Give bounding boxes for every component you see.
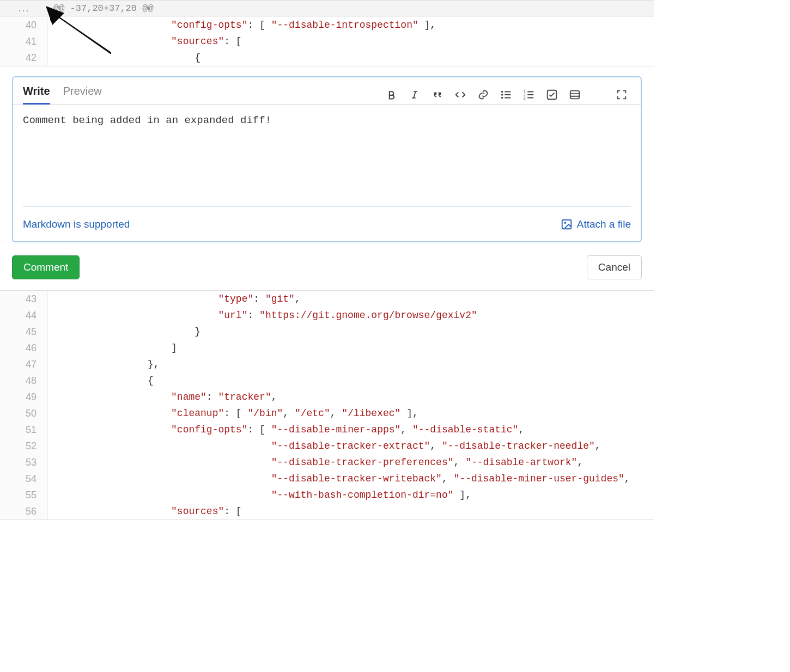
code-line[interactable]: 43 "type": "git",	[0, 291, 654, 307]
code-content: }	[48, 323, 654, 340]
code-lines-bottom: 43 "type": "git",44 "url": "https://git.…	[0, 291, 654, 520]
line-number: 42	[0, 50, 48, 66]
code-line[interactable]: 50 "cleanup": [ "/bin", "/etc", "/libexe…	[0, 405, 654, 421]
attach-file-label: Attach a file	[577, 218, 631, 230]
line-number: 46	[0, 340, 48, 356]
code-content: "--disable-tracker-extract", "--disable-…	[48, 438, 654, 454]
code-content: "--with-bash-completion-dir=no" ],	[48, 487, 654, 503]
numbered-list-icon[interactable]: 123	[523, 89, 535, 101]
code-line[interactable]: 49 "name": "tracker",	[0, 389, 654, 405]
line-number: 50	[0, 405, 48, 421]
markdown-help-link[interactable]: Markdown is supported	[23, 218, 130, 230]
code-content: "--disable-tracker-writeback", "--disabl…	[48, 471, 654, 487]
line-number: 47	[0, 356, 48, 372]
code-content: "url": "https://git.gnome.org/browse/gex…	[48, 307, 654, 323]
code-line[interactable]: 53 "--disable-tracker-preferences", "--d…	[0, 454, 654, 471]
bold-icon[interactable]	[386, 89, 398, 101]
svg-point-10	[564, 222, 566, 224]
svg-point-2	[501, 94, 503, 96]
line-number: 54	[0, 471, 48, 487]
image-icon	[561, 218, 573, 230]
code-content: "name": "tracker",	[48, 389, 654, 405]
code-content: "sources": [	[48, 503, 654, 520]
cancel-button[interactable]: Cancel	[587, 255, 642, 279]
code-content: {	[48, 50, 654, 66]
code-line[interactable]: 46 ]	[0, 340, 654, 356]
link-icon[interactable]	[477, 89, 489, 101]
code-content: ]	[48, 340, 654, 356]
code-line[interactable]: 55 "--with-bash-completion-dir=no" ],	[0, 487, 654, 503]
bullet-list-icon[interactable]	[500, 89, 512, 101]
svg-text:3: 3	[524, 96, 526, 100]
code-line[interactable]: 48 {	[0, 372, 654, 389]
comment-button[interactable]: Comment	[12, 255, 80, 279]
code-content: "config-opts": [ "--disable-introspectio…	[48, 17, 654, 33]
expand-diff-button[interactable]: ...	[0, 1, 48, 16]
line-number: 45	[0, 323, 48, 340]
code-line[interactable]: 54 "--disable-tracker-writeback", "--dis…	[0, 471, 654, 487]
task-list-icon[interactable]	[546, 89, 558, 101]
italic-icon[interactable]	[409, 89, 421, 101]
code-line[interactable]: 45 }	[0, 323, 654, 340]
svg-point-1	[501, 91, 503, 93]
code-line[interactable]: 47 },	[0, 356, 654, 372]
code-line[interactable]: 52 "--disable-tracker-extract", "--disab…	[0, 438, 654, 454]
line-number: 48	[0, 372, 48, 389]
svg-point-3	[501, 97, 503, 99]
code-line[interactable]: 51 "config-opts": [ "--disable-miner-app…	[0, 421, 654, 438]
fullscreen-icon[interactable]	[616, 89, 628, 101]
code-content: "cleanup": [ "/bin", "/etc", "/libexec" …	[48, 405, 654, 421]
code-line[interactable]: 44 "url": "https://git.gnome.org/browse/…	[0, 307, 654, 323]
diff-panel: ... @@ -37,20+37,20 @@ 40 "config-opts":…	[0, 0, 654, 66]
line-number: 52	[0, 438, 48, 454]
comment-box: Write Preview 123	[12, 76, 642, 242]
table-icon[interactable]	[569, 89, 581, 101]
attach-file-button[interactable]: Attach a file	[561, 218, 631, 230]
quote-icon[interactable]	[432, 89, 443, 101]
line-number: 49	[0, 389, 48, 405]
hunk-header-row: ... @@ -37,20+37,20 @@	[0, 1, 654, 17]
code-content: "sources": [	[48, 33, 654, 50]
code-line[interactable]: 56 "sources": [	[0, 503, 654, 520]
tab-preview[interactable]: Preview	[63, 85, 102, 105]
line-number: 41	[0, 33, 48, 50]
line-number: 56	[0, 503, 48, 520]
code-content: },	[48, 356, 654, 372]
comment-actions: Comment Cancel	[0, 247, 654, 290]
code-content: "config-opts": [ "--disable-miner-apps",…	[48, 421, 654, 438]
line-number: 43	[0, 291, 48, 307]
comment-textarea[interactable]	[23, 114, 631, 207]
code-content: "--disable-tracker-preferences", "--disa…	[48, 454, 654, 471]
code-line[interactable]: 42 {	[0, 50, 654, 66]
code-content: "type": "git",	[48, 291, 654, 307]
line-number: 51	[0, 421, 48, 438]
code-icon[interactable]	[454, 89, 466, 101]
line-number: 40	[0, 17, 48, 33]
formatting-toolbar: 123	[386, 89, 631, 101]
code-line[interactable]: 40 "config-opts": [ "--disable-introspec…	[0, 17, 654, 33]
code-content: {	[48, 372, 654, 389]
svg-rect-8	[570, 91, 580, 99]
hunk-header-text: @@ -37,20+37,20 @@	[48, 1, 159, 16]
line-number: 44	[0, 307, 48, 323]
code-line[interactable]: 41 "sources": [	[0, 33, 654, 50]
inline-comment-wrap: Write Preview 123	[0, 66, 654, 247]
code-lines-top: 40 "config-opts": [ "--disable-introspec…	[0, 17, 654, 66]
line-number: 55	[0, 487, 48, 503]
line-number: 53	[0, 454, 48, 471]
tab-write[interactable]: Write	[23, 85, 50, 105]
diff-panel-continued: 43 "type": "git",44 "url": "https://git.…	[0, 290, 654, 520]
svg-rect-9	[562, 220, 571, 229]
